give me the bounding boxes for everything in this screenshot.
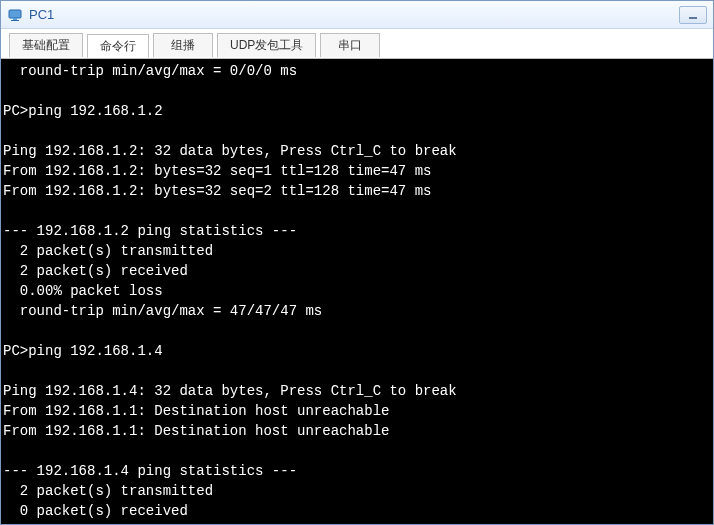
app-icon — [7, 7, 23, 23]
terminal-line: 2 packet(s) transmitted — [3, 241, 707, 261]
terminal-line: --- 192.168.1.4 ping statistics --- — [3, 461, 707, 481]
tab-label: UDP发包工具 — [230, 37, 303, 54]
tab-basic-config[interactable]: 基础配置 — [9, 33, 83, 57]
terminal-line — [3, 321, 707, 341]
tab-multicast[interactable]: 组播 — [153, 33, 213, 57]
svg-rect-2 — [11, 20, 19, 21]
terminal-line: From 192.168.1.2: bytes=32 seq=1 ttl=128… — [3, 161, 707, 181]
tab-serial[interactable]: 串口 — [320, 33, 380, 57]
terminal[interactable]: round-trip min/avg/max = 0/0/0 ms PC>pin… — [1, 59, 713, 524]
terminal-line: round-trip min/avg/max = 0/0/0 ms — [3, 61, 707, 81]
terminal-line: 0.00% packet loss — [3, 281, 707, 301]
terminal-line: 2 packet(s) received — [3, 261, 707, 281]
terminal-line: From 192.168.1.1: Destination host unrea… — [3, 421, 707, 441]
terminal-line — [3, 121, 707, 141]
terminal-line: From 192.168.1.1: Destination host unrea… — [3, 401, 707, 421]
terminal-line: 0 packet(s) received — [3, 501, 707, 521]
tab-label: 组播 — [171, 37, 195, 54]
terminal-line: round-trip min/avg/max = 47/47/47 ms — [3, 301, 707, 321]
terminal-line: 2 packet(s) transmitted — [3, 481, 707, 501]
tab-udp-tool[interactable]: UDP发包工具 — [217, 33, 316, 57]
tab-label: 命令行 — [100, 38, 136, 55]
terminal-line: 100.00% packet loss — [3, 521, 707, 524]
window-title: PC1 — [29, 7, 54, 22]
tab-label: 串口 — [338, 37, 362, 54]
tab-label: 基础配置 — [22, 37, 70, 54]
terminal-line: From 192.168.1.2: bytes=32 seq=2 ttl=128… — [3, 181, 707, 201]
tabbar: 基础配置 命令行 组播 UDP发包工具 串口 — [1, 29, 713, 59]
terminal-line: --- 192.168.1.2 ping statistics --- — [3, 221, 707, 241]
terminal-line: Ping 192.168.1.2: 32 data bytes, Press C… — [3, 141, 707, 161]
tab-cli[interactable]: 命令行 — [87, 34, 149, 58]
terminal-line: PC>ping 192.168.1.4 — [3, 341, 707, 361]
svg-rect-0 — [9, 10, 21, 18]
titlebar: PC1 — [1, 1, 713, 29]
svg-rect-1 — [13, 18, 17, 20]
terminal-line — [3, 361, 707, 381]
terminal-line — [3, 81, 707, 101]
app-window: PC1 基础配置 命令行 组播 UDP发包工具 串口 round-trip mi… — [0, 0, 714, 525]
minimize-button[interactable] — [679, 6, 707, 24]
terminal-line: Ping 192.168.1.4: 32 data bytes, Press C… — [3, 381, 707, 401]
terminal-line — [3, 441, 707, 461]
terminal-line — [3, 201, 707, 221]
terminal-line: PC>ping 192.168.1.2 — [3, 101, 707, 121]
